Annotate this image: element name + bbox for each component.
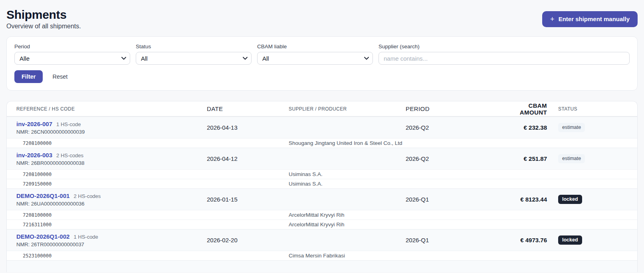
cbam-liable-select[interactable]: All — [257, 52, 373, 65]
hs-code: 7216311000 — [7, 222, 207, 228]
filter-panel: Period Alle Status All CBAM — [6, 36, 638, 91]
hs-count-label: 1 HS-code — [73, 234, 98, 240]
enter-shipment-manually-label: Enter shipment manually — [559, 16, 630, 22]
shipment-reference-link[interactable]: DEMO-2026Q1-001 — [16, 192, 69, 199]
shipments-table: REFERENCE / HS CODE DATE SUPPLIER / PROD… — [6, 101, 638, 272]
enter-shipment-manually-button[interactable]: + Enter shipment manually — [542, 11, 638, 27]
status-cell: estimate — [547, 154, 637, 163]
shipments-page: Shipments Overview of all shipments. + E… — [0, 0, 644, 272]
shipment-reference-link[interactable]: inv-2026-007 — [16, 121, 52, 127]
reference-cell: inv-2026-0071 HS-codeNMR: 26CN0000000000… — [7, 121, 207, 135]
cbam-liable-select-wrap: All — [257, 52, 373, 65]
status-badge: estimate — [558, 154, 585, 163]
hs-supplier: ArcelorMittal Kryvyi Rih — [289, 222, 406, 228]
column-header-reference: REFERENCE / HS CODE — [7, 106, 207, 112]
status-cell: locked — [547, 195, 637, 204]
status-select-wrap: All — [136, 52, 252, 65]
hs-code: 7208100000 — [7, 212, 207, 218]
reference-line: inv-2026-0032 HS-codes — [16, 152, 207, 158]
column-header-period: PERIOD — [406, 105, 509, 112]
shipment-reference-link[interactable]: inv-2026-003 — [16, 152, 52, 158]
hs-code: 7208100000 — [7, 172, 207, 177]
hs-supplier: Shougang Jingtang United Iron & Steel Co… — [289, 140, 406, 146]
column-header-supplier: SUPPLIER / PRODUCER — [289, 106, 406, 112]
page-header: Shipments Overview of all shipments. + E… — [6, 0, 638, 30]
hs-supplier: ArcelorMittal Kryvyi Rih — [289, 212, 406, 218]
hs-code-row: 7209150000Usiminas S.A. — [7, 179, 637, 188]
shipment-row: inv-2026-0032 HS-codesNMR: 26BR000000000… — [7, 148, 637, 169]
hs-code-row: 7208100000Usiminas S.A. — [7, 169, 637, 179]
date-cell: 2026-01-15 — [207, 196, 289, 203]
reference-line: inv-2026-0071 HS-code — [16, 121, 207, 127]
hs-supplier: Cimsa Mersin Fabrikasi — [289, 253, 406, 259]
cbam-amount-cell: € 8123.44 — [509, 196, 547, 203]
hs-count-label: 2 HS-codes — [56, 152, 83, 158]
hs-count-label: 1 HS-code — [56, 121, 81, 127]
shipment-row: DEMO-2026Q1-0012 HS-codesNMR: 26UA000000… — [7, 188, 637, 210]
status-label: Status — [136, 44, 252, 49]
date-cell: 2026-02-20 — [207, 237, 289, 243]
plus-icon: + — [550, 16, 555, 23]
period-select-wrap: Alle — [14, 52, 130, 65]
hs-count-label: 2 HS-codes — [73, 193, 101, 199]
shipment-reference-link[interactable]: DEMO-2026Q1-002 — [16, 233, 69, 240]
cbam-amount-cell: € 4973.76 — [509, 237, 547, 243]
shipment-row-partial — [7, 260, 637, 272]
reset-button[interactable]: Reset — [52, 73, 67, 80]
status-badge: locked — [558, 235, 582, 245]
status-badge: estimate — [558, 123, 585, 132]
filter-field-status: Status All — [136, 44, 252, 65]
filter-field-cbam-liable: CBAM liable All — [257, 44, 373, 65]
cbam-amount-cell: € 232.38 — [509, 124, 547, 131]
period-cell: 2026-Q1 — [406, 237, 509, 243]
table-header-row: REFERENCE / HS CODE DATE SUPPLIER / PROD… — [7, 101, 637, 117]
reference-cell: DEMO-2026Q1-0012 HS-codesNMR: 26UA000000… — [7, 192, 207, 207]
page-title: Shipments — [6, 8, 81, 22]
table-body: inv-2026-0071 HS-codeNMR: 26CN0000000000… — [7, 117, 637, 272]
period-select[interactable]: Alle — [14, 52, 130, 65]
reference-line: DEMO-2026Q1-0021 HS-code — [16, 233, 207, 240]
page-subtitle: Overview of all shipments. — [6, 23, 81, 30]
status-select[interactable]: All — [136, 52, 252, 65]
nmr-label: NMR: 26CN00000000000039 — [16, 129, 207, 135]
date-cell: 2026-04-12 — [207, 155, 289, 162]
date-cell: 2026-04-13 — [207, 124, 289, 131]
filter-fields: Period Alle Status All CBAM — [14, 44, 630, 65]
filter-field-period: Period Alle — [14, 44, 130, 65]
filter-actions: Filter Reset — [14, 70, 630, 83]
hs-code: 7208100000 — [7, 140, 207, 146]
cbam-amount-cell: € 251.87 — [509, 155, 547, 162]
column-header-cbam-amount: CBAM AMOUNT — [509, 102, 547, 116]
nmr-label: NMR: 26BR00000000000038 — [16, 160, 207, 166]
nmr-label: NMR: 26TR00000000000037 — [16, 241, 207, 247]
hs-code-row: 7208100000Shougang Jingtang United Iron … — [7, 138, 637, 148]
period-cell: 2026-Q1 — [406, 196, 509, 203]
hs-code: 2523100000 — [7, 253, 207, 259]
hs-code-row: 2523100000Cimsa Mersin Fabrikasi — [7, 251, 637, 260]
reference-cell: DEMO-2026Q1-0021 HS-codeNMR: 26TR0000000… — [7, 233, 207, 247]
status-badge: locked — [558, 195, 582, 204]
period-cell: 2026-Q2 — [406, 124, 509, 131]
reference-line: DEMO-2026Q1-0012 HS-codes — [16, 192, 207, 199]
shipment-row: DEMO-2026Q1-0021 HS-codeNMR: 26TR0000000… — [7, 229, 637, 251]
reference-cell: inv-2026-0032 HS-codesNMR: 26BR000000000… — [7, 152, 207, 166]
supplier-search-input[interactable] — [378, 52, 630, 65]
column-header-status: STATUS — [547, 106, 637, 112]
period-label: Period — [14, 44, 130, 49]
hs-code-row: 7216311000ArcelorMittal Kryvyi Rih — [7, 220, 637, 229]
period-cell: 2026-Q2 — [406, 155, 509, 162]
page-title-block: Shipments Overview of all shipments. — [6, 8, 81, 30]
status-cell: locked — [547, 235, 637, 245]
supplier-search-label: Supplier (search) — [378, 44, 630, 49]
status-cell: estimate — [547, 123, 637, 132]
hs-code-row: 7208100000ArcelorMittal Kryvyi Rih — [7, 210, 637, 220]
hs-supplier: Usiminas S.A. — [289, 171, 406, 177]
nmr-label: NMR: 26UA00000000000036 — [16, 201, 207, 207]
filter-field-supplier-search: Supplier (search) — [378, 44, 630, 65]
column-header-date: DATE — [207, 105, 289, 112]
hs-supplier: Usiminas S.A. — [289, 181, 406, 187]
filter-button[interactable]: Filter — [14, 70, 43, 83]
cbam-liable-label: CBAM liable — [257, 44, 373, 49]
hs-code: 7209150000 — [7, 181, 207, 187]
shipment-row: inv-2026-0071 HS-codeNMR: 26CN0000000000… — [7, 117, 637, 138]
